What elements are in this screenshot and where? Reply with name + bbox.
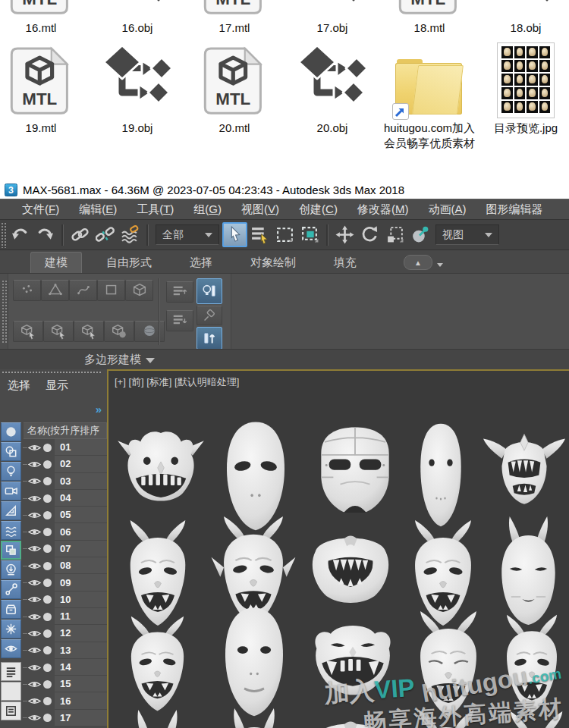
ribbon-tab-自由形式[interactable]: 自由形式 [93, 253, 165, 273]
menu-item-E[interactable]: 编辑(E) [69, 202, 127, 217]
filter-cameras-icon[interactable] [1, 482, 21, 500]
object-name[interactable]: 11 [55, 608, 107, 625]
toolbar-button-rect-region[interactable] [272, 222, 297, 247]
ribbon-button-listup[interactable] [166, 281, 193, 303]
filter-lights-icon[interactable] [1, 462, 21, 481]
mask-model-halfteeth[interactable] [304, 526, 397, 610]
filter-helpers-icon[interactable] [1, 501, 21, 520]
object-color-dot[interactable] [43, 579, 52, 587]
menu-item-M[interactable]: 修改器(M) [347, 202, 419, 217]
scene-row-17[interactable]: 17 [23, 710, 107, 726]
mask-model-hannya[interactable] [116, 428, 206, 515]
object-name[interactable]: 15 [55, 676, 107, 692]
object-name[interactable]: 08 [55, 557, 107, 574]
object-color-dot[interactable] [43, 511, 52, 519]
eye-icon[interactable] [28, 528, 41, 536]
scene-row-16[interactable]: 16 [23, 692, 107, 709]
ribbon-button-pin[interactable] [196, 306, 222, 325]
scene-row-12[interactable]: 12 [23, 625, 107, 642]
menu-item-V[interactable]: 视图(V) [231, 202, 289, 217]
toolbar-button-redo[interactable] [33, 222, 58, 247]
expand-chevron-icon[interactable]: » [96, 403, 101, 416]
file-item-obj[interactable]: 20.obj [284, 42, 380, 136]
filter-frozen-icon[interactable] [1, 620, 21, 639]
eye-icon[interactable] [28, 664, 41, 672]
scene-row-13[interactable]: 13 [23, 642, 107, 659]
ribbon-button-square[interactable] [97, 280, 125, 301]
object-name[interactable]: 05 [55, 507, 107, 523]
file-item-obj[interactable]: 19.obj [90, 42, 185, 136]
eye-icon[interactable] [28, 629, 41, 638]
scene-row-03[interactable]: 03 [23, 473, 107, 490]
filter-shapes-icon[interactable] [1, 442, 21, 461]
ribbon-button-verts[interactable] [13, 280, 41, 301]
toolbar-drag-handle[interactable] [1, 222, 6, 248]
scene-row-08[interactable]: 08 [23, 557, 107, 574]
object-color-dot[interactable] [43, 613, 52, 621]
mask-model-oni[interactable] [118, 615, 197, 714]
filter-blank-icon[interactable] [1, 682, 21, 701]
menu-item-T[interactable]: 工具(T) [127, 202, 184, 217]
mask-model-jaw[interactable] [482, 431, 567, 515]
menu-item-图形编辑器[interactable]: 图形编辑器 [476, 202, 552, 217]
object-color-dot[interactable] [43, 629, 52, 638]
mask-model-twohorn[interactable] [213, 707, 295, 728]
eye-icon[interactable] [28, 646, 41, 654]
toolbar-button-unlink[interactable] [93, 222, 118, 247]
object-color-dot[interactable] [43, 544, 52, 553]
object-color-dot[interactable] [43, 444, 52, 452]
mask-model-fullface[interactable] [213, 606, 295, 720]
object-color-dot[interactable] [43, 697, 52, 705]
ribbon-button-cube[interactable] [125, 280, 153, 301]
ribbon-button-cubecursor[interactable] [43, 321, 74, 342]
object-name[interactable]: 04 [55, 490, 107, 507]
toolbar-button-move[interactable] [332, 222, 357, 247]
ribbon-button-face[interactable] [41, 280, 69, 301]
ribbon-button-spline[interactable] [69, 280, 97, 301]
toolbar-button-manipulate[interactable] [407, 222, 432, 247]
scene-row-15[interactable]: 15 [23, 676, 107, 692]
object-color-dot[interactable] [43, 477, 52, 485]
file-item-mtl[interactable]: MTL18.mtl [382, 0, 477, 36]
eye-icon[interactable] [28, 579, 41, 587]
toolbar-button-select-by-name[interactable] [247, 222, 272, 247]
ribbon-tab-填充[interactable]: 填充 [320, 253, 370, 273]
toolbar-button-link[interactable] [68, 222, 93, 247]
mask-model-twohorn[interactable] [118, 708, 197, 728]
scene-row-06[interactable]: 06 [23, 523, 107, 540]
polygon-modeling-panel-label[interactable]: 多边形建模 [8, 353, 231, 367]
object-color-dot[interactable] [43, 562, 52, 570]
object-color-dot[interactable] [43, 494, 52, 503]
menu-item-A[interactable]: 动画(A) [418, 202, 476, 217]
eye-icon[interactable] [28, 544, 41, 553]
reference-coordinate-dropdown[interactable]: 视图 [435, 224, 499, 245]
toolbar-button-rotate[interactable] [357, 222, 382, 247]
filter-bones-icon[interactable] [1, 560, 21, 579]
file-item-image[interactable]: 目录预览.jpg [478, 42, 569, 136]
file-item-obj[interactable]: 17.obj [284, 0, 380, 36]
scene-tab-选择[interactable]: 选择 [8, 378, 30, 393]
eye-icon[interactable] [28, 595, 41, 604]
ribbon-button-listdown[interactable] [166, 310, 193, 331]
scene-row-14[interactable]: 14 [23, 659, 107, 676]
ribbon-button-bulbbar[interactable] [196, 278, 222, 304]
object-color-dot[interactable] [43, 595, 52, 604]
object-color-dot[interactable] [43, 664, 52, 672]
object-name[interactable]: 16 [55, 692, 107, 709]
mask-model-twohorn[interactable] [489, 515, 567, 629]
object-name[interactable]: 13 [55, 642, 107, 659]
filter-list2-icon[interactable] [1, 701, 21, 720]
eye-icon[interactable] [28, 613, 41, 621]
menu-item-G[interactable]: 组(G) [184, 202, 231, 217]
selection-filter-dropdown[interactable]: 全部 [156, 224, 219, 245]
ribbon-button-teebar[interactable] [196, 327, 222, 350]
ribbon-button-cubecursor[interactable] [74, 321, 104, 342]
toolbar-button-undo[interactable] [8, 222, 33, 247]
viewport[interactable]: [+] [前] [标准] [默认明暗处理] 加入VIP [107, 369, 569, 728]
toolbar-button-select-object-active[interactable] [222, 222, 247, 247]
file-item-obj[interactable]: 16.obj [90, 0, 185, 36]
file-item-obj[interactable]: 18.obj [478, 0, 569, 36]
object-name[interactable]: 12 [55, 625, 107, 642]
scene-row-10[interactable]: 10 [23, 592, 107, 608]
object-name[interactable]: 02 [55, 456, 107, 472]
